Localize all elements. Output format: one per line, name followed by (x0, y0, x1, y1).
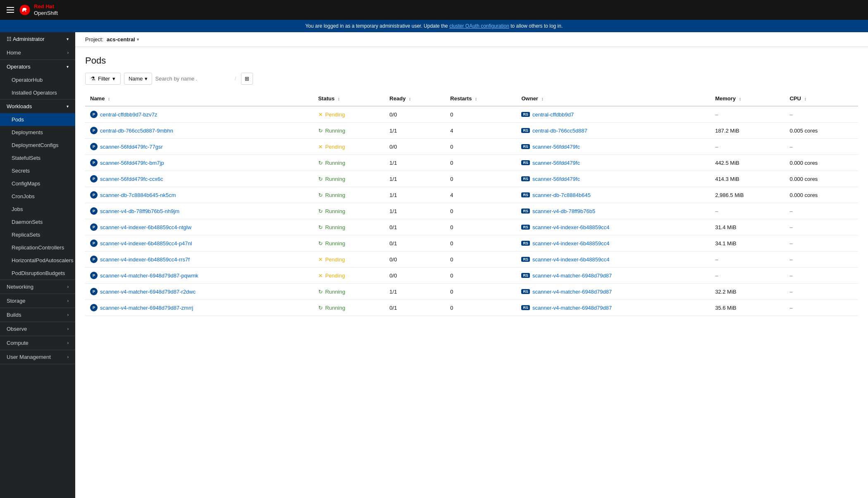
sidebar-item-observe[interactable]: Observe › (0, 322, 75, 336)
pod-name-link[interactable]: scanner-v4-matcher-6948d79d87-pqwmk (100, 273, 198, 279)
cpu-value: 0.000 cores (789, 160, 818, 166)
sidebar-item-configmaps[interactable]: ConfigMaps (0, 177, 75, 190)
pod-name-link[interactable]: central-db-766cc5d887-9mbhn (100, 128, 173, 134)
pod-name-link[interactable]: scanner-56fdd479fc-ccx6c (100, 176, 163, 182)
pod-name-link[interactable]: scanner-v4-matcher-6948d79d87-r2dwc (100, 289, 196, 295)
sidebar-role[interactable]: ☷ Administrator ▾ (0, 32, 75, 46)
pod-cpu-cell: 0.000 cores (785, 187, 858, 203)
pod-restarts-cell: 0 (445, 106, 516, 123)
owner-link[interactable]: scanner-v4-indexer-6b48859cc4 (532, 256, 609, 263)
pod-name-link[interactable]: scanner-v4-indexer-6b48859cc4-p47nl (100, 240, 192, 247)
col-restarts[interactable]: Restarts ↕ (445, 91, 516, 106)
search-input[interactable] (155, 76, 230, 82)
sidebar-item-secrets[interactable]: Secrets (0, 164, 75, 177)
pod-status-cell: ✕ Pending (313, 268, 385, 284)
pod-name-link[interactable]: scanner-v4-indexer-6b48859cc4-ntglw (100, 224, 191, 230)
owner-link[interactable]: scanner-v4-indexer-6b48859cc4 (532, 240, 609, 247)
cpu-value: 0.000 cores (789, 176, 818, 182)
status-icon: ↻ (318, 160, 323, 166)
pod-icon: P (90, 127, 98, 134)
sidebar-item-replicationcontrollers[interactable]: ReplicationControllers (0, 241, 75, 254)
owner-link[interactable]: scanner-v4-matcher-6948d79d87 (532, 289, 612, 295)
project-selector[interactable]: acs-central ▾ (107, 36, 139, 43)
sidebar-item-builds[interactable]: Builds › (0, 308, 75, 322)
sidebar-item-deploymentconfigs[interactable]: DeploymentConfigs (0, 139, 75, 152)
sidebar-item-hpa[interactable]: HorizontalPodAutoscalers (0, 254, 75, 267)
notice-text-after: to allow others to log in. (510, 23, 563, 29)
pod-name-link[interactable]: scanner-56fdd479fc-bm7jp (100, 160, 164, 166)
owner-link[interactable]: scanner-v4-matcher-6948d79d87 (532, 273, 612, 279)
table-row: P central-cffdbb9d7-bzv7z ✕ Pending 0/0 … (85, 106, 858, 123)
owner-link[interactable]: scanner-56fdd479fc (532, 160, 580, 166)
sidebar-item-workloads[interactable]: Workloads ▾ (0, 100, 75, 113)
col-status[interactable]: Status ↕ (313, 91, 385, 106)
sidebar-item-pods[interactable]: Pods (0, 113, 75, 126)
cpu-value: – (789, 208, 792, 214)
pod-name-link[interactable]: scanner-db-7c8884b645-nk5cm (100, 192, 176, 198)
sidebar-item-replicasets[interactable]: ReplicaSets (0, 228, 75, 241)
pod-name-link[interactable]: central-cffdbb9d7-bzv7z (100, 111, 157, 118)
oauth-config-link[interactable]: cluster OAuth configuration (449, 23, 509, 29)
sidebar-item-operators[interactable]: Operators ▾ (0, 60, 75, 74)
sidebar-item-deployments[interactable]: Deployments (0, 126, 75, 139)
pod-owner-cell: RS scanner-56fdd479fc (516, 171, 710, 187)
col-cpu[interactable]: CPU ↕ (785, 91, 858, 106)
owner-badge: RS (521, 209, 530, 213)
pod-restarts-cell: 0 (445, 268, 516, 284)
sidebar-item-cronjobs[interactable]: CronJobs (0, 190, 75, 203)
sidebar-item-compute[interactable]: Compute › (0, 336, 75, 350)
table-row: P scanner-db-7c8884b645-nk5cm ↻ Running … (85, 187, 858, 203)
col-memory[interactable]: Memory ↕ (710, 91, 785, 106)
pod-status-cell: ↻ Running (313, 203, 385, 219)
pod-name-link[interactable]: scanner-v4-indexer-6b48859cc4-rrs7f (100, 256, 190, 263)
sidebar-item-storage[interactable]: Storage › (0, 294, 75, 308)
owner-link[interactable]: scanner-v4-indexer-6b48859cc4 (532, 224, 609, 230)
sidebar-item-usermgmt[interactable]: User Management › (0, 350, 75, 364)
project-dropdown-arrow: ▾ (137, 37, 139, 42)
owner-link[interactable]: scanner-v4-db-78ff9b76b5 (532, 208, 595, 214)
pod-ready-cell: 1/1 (384, 155, 445, 171)
owner-link[interactable]: scanner-db-7c8884b645 (532, 192, 591, 198)
pod-status-cell: ↻ Running (313, 284, 385, 300)
filter-button[interactable]: ⚗ Filter ▾ (85, 73, 121, 85)
pod-memory-cell: 35.6 MiB (710, 300, 785, 316)
pod-name-cell: P scanner-v4-db-78ff9b76b5-nh9jm (85, 203, 313, 219)
owner-link[interactable]: scanner-56fdd479fc (532, 176, 580, 182)
pod-owner-cell: RS scanner-v4-matcher-6948d79d87 (516, 300, 710, 316)
sidebar-item-home[interactable]: Home › (0, 46, 75, 59)
owner-link[interactable]: scanner-56fdd479fc (532, 144, 580, 150)
memory-value: – (715, 144, 718, 150)
pod-name-cell: P scanner-db-7c8884b645-nk5cm (85, 187, 313, 203)
pod-name-link[interactable]: scanner-v4-matcher-6948d79d87-zmrrj (100, 305, 193, 311)
status-text: Running (325, 160, 345, 166)
col-ready[interactable]: Ready ↕ (384, 91, 445, 106)
pod-name-link[interactable]: scanner-v4-db-78ff9b76b5-nh9jm (100, 208, 179, 214)
pod-memory-cell: 442.5 MiB (710, 155, 785, 171)
owner-badge: RS (521, 176, 530, 181)
pod-name-link[interactable]: scanner-56fdd479fc-77gsr (100, 144, 163, 150)
sidebar-item-networking[interactable]: Networking › (0, 280, 75, 294)
table-row: P scanner-v4-indexer-6b48859cc4-ntglw ↻ … (85, 219, 858, 235)
pod-restarts-cell: 4 (445, 123, 516, 139)
home-chevron: › (67, 50, 69, 55)
sidebar-item-pdb[interactable]: PodDisruptionBudgets (0, 267, 75, 280)
owner-link[interactable]: central-cffdbb9d7 (532, 111, 574, 118)
owner-link[interactable]: scanner-v4-matcher-6948d79d87 (532, 305, 612, 311)
sidebar-item-operatorhub[interactable]: OperatorHub (0, 74, 75, 86)
sidebar-item-jobs[interactable]: Jobs (0, 203, 75, 216)
cpu-value: – (789, 224, 792, 230)
owner-link[interactable]: central-db-766cc5d887 (532, 128, 587, 134)
pod-icon: P (90, 175, 98, 183)
sidebar-item-daemonsets[interactable]: DaemonSets (0, 216, 75, 228)
status-sort-icon: ↕ (338, 96, 340, 101)
compute-chevron: › (67, 341, 69, 345)
status-text: Running (325, 289, 345, 295)
sidebar-item-statefulsets[interactable]: StatefulSets (0, 152, 75, 164)
pod-icon: P (90, 191, 98, 199)
col-name[interactable]: Name ↕ (85, 91, 313, 106)
hamburger-menu[interactable] (7, 7, 14, 13)
columns-button[interactable]: ⊞ (241, 73, 253, 85)
col-owner[interactable]: Owner ↕ (516, 91, 710, 106)
pod-memory-cell: – (710, 268, 785, 284)
sidebar-item-installed-operators[interactable]: Installed Operators (0, 86, 75, 99)
